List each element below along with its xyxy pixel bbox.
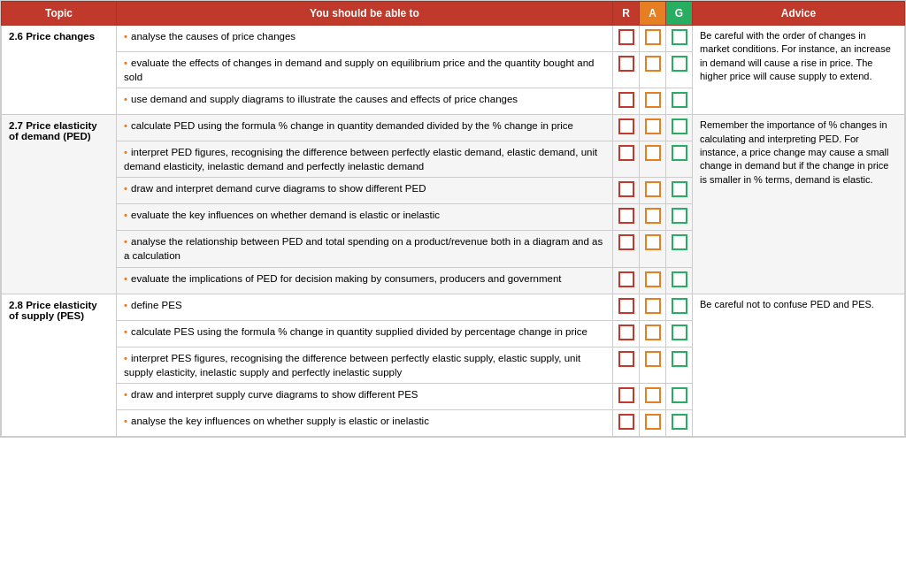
r-box[interactable] bbox=[618, 271, 634, 287]
topic-cell-2.8: 2.8 Price elasticity of supply (PES) bbox=[2, 294, 117, 436]
bullet-cell-2.8-0: •define PES bbox=[117, 294, 613, 320]
r-checkbox-2.7-3[interactable] bbox=[613, 204, 640, 231]
a-checkbox-2.7-0[interactable] bbox=[640, 115, 666, 141]
g-checkbox-2.7-2[interactable] bbox=[666, 178, 693, 204]
advice-cell-2.6: Be careful with the order of changes in … bbox=[693, 26, 905, 115]
a-checkbox-2.7-3[interactable] bbox=[640, 204, 666, 231]
bullet-cell-2.6-1: •evaluate the effects of changes in dema… bbox=[117, 52, 613, 88]
g-box[interactable] bbox=[672, 325, 687, 340]
a-box[interactable] bbox=[645, 92, 661, 108]
a-box[interactable] bbox=[645, 234, 661, 250]
g-box[interactable] bbox=[672, 271, 687, 287]
a-box[interactable] bbox=[645, 29, 661, 45]
a-checkbox-2.8-4[interactable] bbox=[640, 409, 666, 436]
a-checkbox-2.8-3[interactable] bbox=[640, 383, 666, 409]
g-header: G bbox=[666, 2, 693, 26]
g-box[interactable] bbox=[672, 298, 687, 314]
a-box[interactable] bbox=[645, 145, 661, 161]
g-checkbox-2.8-3[interactable] bbox=[666, 383, 693, 409]
g-box[interactable] bbox=[672, 351, 687, 367]
g-checkbox-2.7-5[interactable] bbox=[666, 267, 693, 294]
r-box[interactable] bbox=[618, 181, 634, 197]
g-checkbox-2.6-0[interactable] bbox=[666, 26, 693, 52]
a-checkbox-2.8-0[interactable] bbox=[640, 294, 666, 320]
a-checkbox-2.6-2[interactable] bbox=[640, 88, 666, 115]
bullet-icon: • bbox=[124, 31, 127, 42]
a-box[interactable] bbox=[645, 325, 661, 340]
a-checkbox-2.6-0[interactable] bbox=[640, 26, 666, 52]
g-box[interactable] bbox=[672, 118, 687, 134]
bullet-cell-2.6-2: •use demand and supply diagrams to illus… bbox=[117, 88, 613, 115]
a-checkbox-2.8-2[interactable] bbox=[640, 347, 666, 383]
a-box[interactable] bbox=[645, 118, 661, 134]
a-box[interactable] bbox=[645, 208, 661, 224]
r-box[interactable] bbox=[618, 145, 634, 161]
r-box[interactable] bbox=[618, 208, 634, 224]
g-checkbox-2.7-4[interactable] bbox=[666, 231, 693, 267]
a-checkbox-2.6-1[interactable] bbox=[640, 52, 666, 88]
r-box[interactable] bbox=[618, 29, 634, 45]
r-checkbox-2.8-2[interactable] bbox=[613, 347, 640, 383]
bullet-cell-2.7-0: •calculate PED using the formula % chang… bbox=[117, 115, 613, 141]
r-checkbox-2.8-1[interactable] bbox=[613, 320, 640, 347]
g-box[interactable] bbox=[672, 414, 687, 430]
a-checkbox-2.7-5[interactable] bbox=[640, 267, 666, 294]
a-checkbox-2.7-2[interactable] bbox=[640, 178, 666, 204]
r-box[interactable] bbox=[618, 387, 634, 403]
a-box[interactable] bbox=[645, 414, 661, 430]
r-box[interactable] bbox=[618, 56, 634, 72]
g-box[interactable] bbox=[672, 56, 687, 72]
g-box[interactable] bbox=[672, 29, 687, 45]
r-checkbox-2.6-2[interactable] bbox=[613, 88, 640, 115]
g-box[interactable] bbox=[672, 181, 687, 197]
r-checkbox-2.8-0[interactable] bbox=[613, 294, 640, 320]
r-box[interactable] bbox=[618, 298, 634, 314]
g-checkbox-2.8-4[interactable] bbox=[666, 409, 693, 436]
r-checkbox-2.7-5[interactable] bbox=[613, 267, 640, 294]
g-checkbox-2.7-1[interactable] bbox=[666, 141, 693, 178]
r-checkbox-2.6-1[interactable] bbox=[613, 52, 640, 88]
r-checkbox-2.7-1[interactable] bbox=[613, 141, 640, 178]
r-checkbox-2.8-3[interactable] bbox=[613, 383, 640, 409]
g-box[interactable] bbox=[672, 387, 687, 403]
a-checkbox-2.7-4[interactable] bbox=[640, 231, 666, 267]
g-checkbox-2.8-0[interactable] bbox=[666, 294, 693, 320]
r-box[interactable] bbox=[618, 234, 634, 250]
a-box[interactable] bbox=[645, 271, 661, 287]
a-box[interactable] bbox=[645, 56, 661, 72]
a-box[interactable] bbox=[645, 298, 661, 314]
topic-cell-2.6: 2.6 Price changes bbox=[2, 26, 117, 115]
r-box[interactable] bbox=[618, 351, 634, 367]
r-box[interactable] bbox=[618, 414, 634, 430]
g-checkbox-2.8-2[interactable] bbox=[666, 347, 693, 383]
r-checkbox-2.7-2[interactable] bbox=[613, 178, 640, 204]
r-checkbox-2.8-4[interactable] bbox=[613, 409, 640, 436]
advice-cell-2.8: Be careful not to confuse PED and PES. bbox=[693, 294, 905, 436]
a-box[interactable] bbox=[645, 181, 661, 197]
r-box[interactable] bbox=[618, 325, 634, 340]
r-box[interactable] bbox=[618, 92, 634, 108]
r-checkbox-2.7-4[interactable] bbox=[613, 231, 640, 267]
r-checkbox-2.6-0[interactable] bbox=[613, 26, 640, 52]
a-box[interactable] bbox=[645, 351, 661, 367]
r-box[interactable] bbox=[618, 118, 634, 134]
g-box[interactable] bbox=[672, 208, 687, 224]
bullet-icon: • bbox=[124, 416, 127, 426]
g-checkbox-2.7-3[interactable] bbox=[666, 204, 693, 231]
g-checkbox-2.8-1[interactable] bbox=[666, 320, 693, 347]
g-checkbox-2.6-2[interactable] bbox=[666, 88, 693, 115]
bullet-icon: • bbox=[124, 57, 127, 68]
a-checkbox-2.7-1[interactable] bbox=[640, 141, 666, 178]
bullet-icon: • bbox=[124, 389, 127, 400]
r-checkbox-2.7-0[interactable] bbox=[613, 115, 640, 141]
g-checkbox-2.6-1[interactable] bbox=[666, 52, 693, 88]
a-box[interactable] bbox=[645, 387, 661, 403]
g-box[interactable] bbox=[672, 92, 687, 108]
g-box[interactable] bbox=[672, 145, 687, 161]
g-checkbox-2.7-0[interactable] bbox=[666, 115, 693, 141]
bullet-cell-2.7-3: •evaluate the key influences on whether … bbox=[117, 204, 613, 231]
bullet-cell-2.8-4: •analyse the key influences on whether s… bbox=[117, 409, 613, 436]
a-checkbox-2.8-1[interactable] bbox=[640, 320, 666, 347]
g-box[interactable] bbox=[672, 234, 687, 250]
topic-cell-2.7: 2.7 Price elasticity of demand (PED) bbox=[2, 115, 117, 294]
